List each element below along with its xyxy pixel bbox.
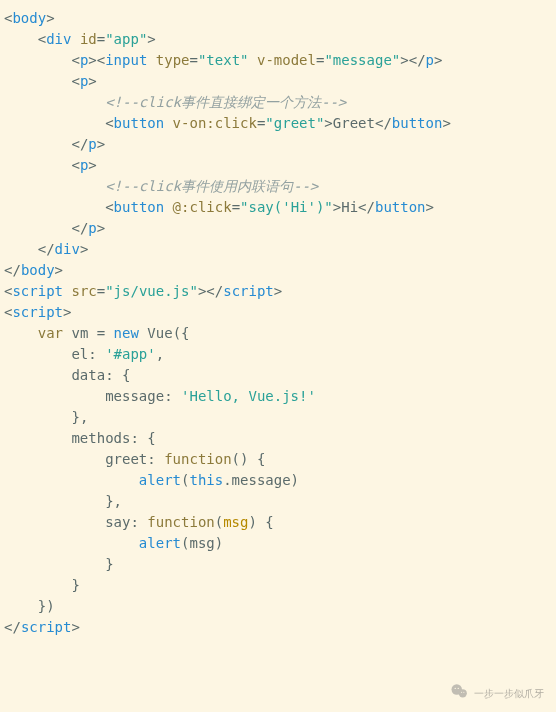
svg-point-5: [463, 692, 464, 693]
svg-point-3: [458, 688, 459, 689]
code-comment: <!--click事件使用内联语句-->: [105, 178, 318, 194]
svg-point-1: [459, 689, 467, 697]
code-block: <body> <div id="app"> <p><input type="te…: [0, 0, 556, 646]
code-comment: <!--click事件直接绑定一个方法-->: [105, 94, 346, 110]
watermark-text: 一步一步似爪牙: [474, 686, 544, 701]
svg-point-4: [461, 692, 462, 693]
wechat-icon: [450, 682, 468, 704]
svg-point-2: [455, 688, 456, 689]
watermark: 一步一步似爪牙: [450, 682, 544, 704]
